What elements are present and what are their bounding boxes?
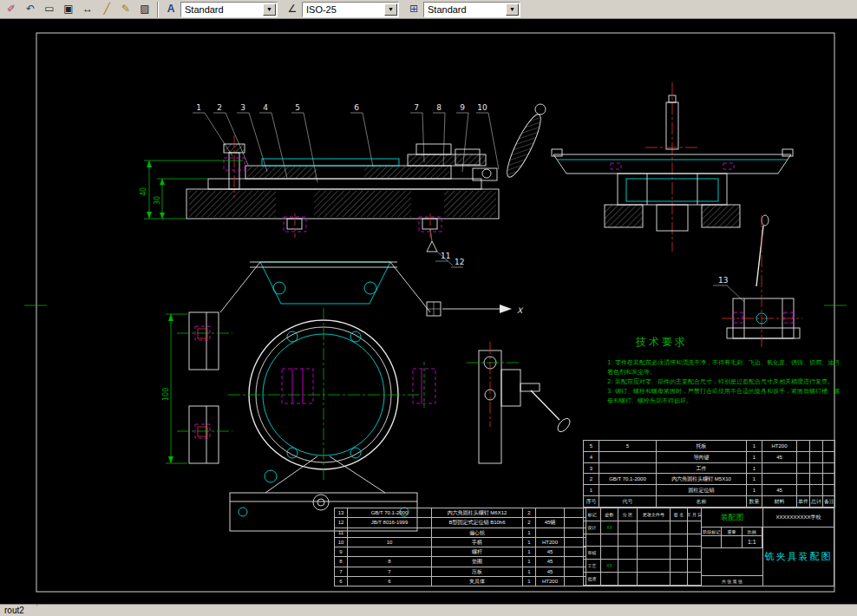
titleblock-cell bbox=[584, 534, 601, 547]
dim-100-text: 100 bbox=[162, 388, 170, 401]
tech-line-5: 母和螺钉、螺栓头部不得损坏。 bbox=[607, 397, 692, 404]
callout-2: 2 bbox=[217, 103, 222, 112]
rectangle-icon: ▭ bbox=[44, 3, 54, 15]
side-view bbox=[552, 82, 793, 252]
titleblock-cell: XX bbox=[601, 521, 618, 534]
titleblock-cell bbox=[638, 521, 671, 534]
tech-line-4: 3: 铆钉、螺栓和螺母紧固时，严禁打击或使用不合适的旋具和扳手，紧固后螺钉槽、螺 bbox=[607, 388, 840, 395]
toolbar-separator bbox=[157, 2, 159, 17]
titleblock-cell bbox=[671, 534, 688, 547]
hatch-button[interactable]: ▨ bbox=[135, 1, 154, 17]
titleblock-cell: XX bbox=[601, 560, 618, 573]
polyline-button[interactable]: ✎ bbox=[116, 1, 135, 17]
layout-tab-label: rout2 bbox=[4, 606, 24, 615]
detail-view: 13 bbox=[713, 215, 802, 347]
titleblock-revision-grid: 标记处数分 区更改文件号签 名年 月 日设计XX审核工艺XX批准 bbox=[584, 508, 702, 586]
callout-4: 4 bbox=[263, 103, 268, 112]
titleblock-cell: 工艺 bbox=[584, 560, 601, 573]
bom-row: 77压板145 bbox=[335, 567, 586, 576]
text-style-button[interactable]: A bbox=[161, 1, 180, 17]
drawing-type-label: 装配图 bbox=[702, 508, 762, 528]
titleblock-cell bbox=[638, 573, 671, 586]
titleblock-cell: 审核 bbox=[584, 547, 601, 560]
callout-7: 7 bbox=[414, 103, 419, 112]
titleblock-right: XXXXXXXXXX学校 铣夹具装配图 bbox=[762, 508, 834, 586]
table-style-button[interactable]: ⊞ bbox=[404, 1, 423, 17]
titleblock-cell bbox=[688, 547, 702, 560]
sheets-label: 共 张 第 张 bbox=[702, 576, 762, 586]
layout-tab[interactable]: rout2 bbox=[0, 605, 37, 616]
status-bar: rout2 bbox=[0, 604, 857, 616]
dim-style-combo[interactable]: ISO-25 ▼ bbox=[302, 2, 399, 17]
titleblock-cell: 签 名 bbox=[671, 508, 688, 521]
titleblock-cell: 批准 bbox=[584, 573, 601, 586]
match-properties-button[interactable]: ✐ bbox=[2, 1, 21, 17]
drawing-canvas[interactable]: 1 2 3 4 5 6 7 8 9 bbox=[0, 19, 857, 604]
bom-header-row: 序号代号名称数量材料单件总计备注 bbox=[584, 496, 835, 508]
tech-requirements-title: 技术要求 bbox=[635, 336, 688, 348]
titleblock-cell bbox=[601, 573, 618, 586]
titleblock-cell bbox=[638, 547, 671, 560]
bom-row: 3工件1 bbox=[584, 462, 835, 474]
undo-button[interactable]: ↶ bbox=[21, 1, 40, 17]
tech-line-2: 着色剂和灰尘等。 bbox=[607, 369, 656, 376]
rectangle-button[interactable]: ▭ bbox=[40, 1, 59, 17]
titleblock-cell bbox=[671, 521, 688, 534]
copy-button[interactable]: ▣ bbox=[59, 1, 78, 17]
dim-style-button[interactable]: ∠ bbox=[283, 1, 302, 17]
titleblock-cell bbox=[601, 547, 618, 560]
line-button[interactable]: ╱ bbox=[97, 1, 116, 17]
bom-row: 55托板1HT200 bbox=[584, 441, 835, 452]
bom-row: 1圆柱定位销145 bbox=[584, 485, 835, 496]
scale-value: 1:1 bbox=[743, 536, 762, 547]
scale-label: 比例 bbox=[743, 528, 762, 535]
titleblock-cell bbox=[688, 560, 702, 573]
callout-3: 3 bbox=[240, 103, 245, 112]
x-axis-label: X bbox=[517, 306, 524, 315]
table-style-value: Standard bbox=[428, 4, 506, 15]
titleblock-cell bbox=[638, 560, 671, 573]
drawing-title: 铣夹具装配图 bbox=[763, 528, 834, 586]
dim-style-dropdown-arrow-icon[interactable]: ▼ bbox=[384, 3, 397, 16]
titleblock-cell bbox=[688, 521, 702, 534]
titleblock-cell bbox=[671, 560, 688, 573]
stage-value bbox=[702, 536, 722, 547]
text-style-icon: A bbox=[167, 3, 175, 15]
dim-40-text: 40 bbox=[140, 187, 147, 196]
technical-requirements: 技术要求 1: 零件在装配前必须清理和清洗干净，不得有毛刺、飞边、氧化皮、锈蚀、… bbox=[607, 336, 846, 404]
titleblock-spacer bbox=[702, 548, 762, 576]
section-view: 1 2 3 4 5 6 7 8 9 bbox=[140, 103, 546, 267]
table-style-dropdown-arrow-icon[interactable]: ▼ bbox=[506, 3, 519, 16]
callout-8: 8 bbox=[436, 103, 442, 112]
titleblock-cell: 设计 bbox=[584, 521, 601, 534]
titleblock-cell bbox=[618, 573, 638, 586]
callout-6: 6 bbox=[354, 103, 359, 112]
dimension-100: 100 bbox=[162, 314, 187, 463]
callout-11: 11 bbox=[441, 252, 450, 260]
callout-1: 1 bbox=[196, 103, 201, 112]
table-style-combo[interactable]: Standard ▼ bbox=[423, 2, 520, 17]
stage-label: 阶段标记 bbox=[702, 528, 722, 535]
stretch-icon: ↔ bbox=[82, 3, 93, 15]
bom-row: 13GB/T 70.1-2000内六角圆柱头螺钉 M6X122 bbox=[335, 508, 586, 518]
line-icon: ╱ bbox=[103, 3, 109, 15]
titleblock-middle: 装配图 阶段标记 重量 比例 1:1 共 张 第 张 bbox=[702, 508, 762, 586]
titleblock-cell: 更改文件号 bbox=[638, 508, 671, 521]
bom-row: 4导向键145 bbox=[584, 451, 835, 462]
bom-table-upper: 55托板1HT2004导向键1453工件12GB/T 70.1-2000内六角圆… bbox=[583, 440, 835, 508]
callout-10: 10 bbox=[477, 103, 487, 112]
tech-line-1: 1: 零件在装配前必须清理和清洗干净，不得有毛刺、飞边、氧化皮、锈蚀、切屑、油污… bbox=[607, 359, 846, 366]
text-style-combo[interactable]: Standard ▼ bbox=[180, 2, 278, 17]
main-toolbar: ✐ ↶ ▭ ▣ ↔ ╱ ✎ ▨ A Standard ▼ ∠ ISO-25 ▼ … bbox=[0, 0, 857, 19]
copy-icon: ▣ bbox=[63, 3, 73, 15]
title-block: 标记处数分 区更改文件号签 名年 月 日设计XX审核工艺XX批准 装配图 阶段标… bbox=[583, 508, 834, 587]
titleblock-cell bbox=[671, 547, 688, 560]
callout-12: 12 bbox=[455, 258, 464, 266]
titleblock-cell: 标记 bbox=[584, 508, 601, 521]
titleblock-cell bbox=[601, 534, 618, 547]
text-style-dropdown-arrow-icon[interactable]: ▼ bbox=[263, 3, 276, 16]
bom-row: 66夹具体1HT200 bbox=[335, 576, 586, 586]
stretch-button[interactable]: ↔ bbox=[78, 1, 97, 17]
bom-row: 1010手柄1HT200 bbox=[335, 537, 586, 547]
dim-style-icon: ∠ bbox=[288, 3, 298, 15]
